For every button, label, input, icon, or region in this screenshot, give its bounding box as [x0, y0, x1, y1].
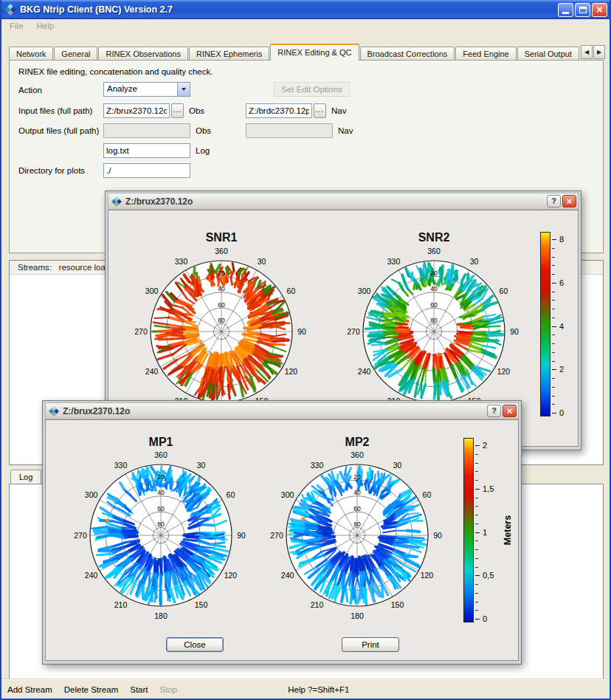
tab-feed-engine[interactable]: Feed Engine: [455, 47, 516, 61]
tab-scroll-buttons: ◀ ▶: [580, 45, 605, 59]
svg-text:20: 20: [218, 270, 225, 277]
svg-text:30: 30: [470, 257, 479, 266]
menubar: File Help: [1, 19, 610, 34]
start-action[interactable]: Start: [130, 685, 148, 694]
delete-stream-action[interactable]: Delete Stream: [64, 685, 119, 694]
skyplot-snr1: 8060402036030609012015018021024027030033…: [133, 243, 310, 420]
dialog-help-button[interactable]: ?: [547, 195, 561, 207]
action-select[interactable]: Analyze: [103, 82, 190, 97]
tab-rinex-observations[interactable]: RINEX Observations: [98, 47, 187, 61]
log-tab[interactable]: Log: [10, 470, 41, 484]
close-icon: ×: [596, 4, 602, 15]
browse-obs-button[interactable]: ...: [171, 103, 184, 118]
svg-text:20: 20: [430, 270, 438, 277]
svg-text:330: 330: [175, 257, 188, 266]
app-icon: [4, 4, 16, 16]
mp-colorbar-gradient: [463, 438, 474, 622]
mp-dialog-body: MP1 MP2 80604020360306090120150180210240…: [45, 419, 519, 661]
svg-text:270: 270: [134, 327, 148, 336]
output-nav-field[interactable]: [246, 123, 333, 138]
svg-text:330: 330: [114, 461, 128, 470]
svg-text:240: 240: [145, 367, 159, 376]
skyplot-mp2: 8060402036030609012015018021024027030033…: [269, 447, 446, 624]
dialog-close-button[interactable]: ×: [503, 405, 517, 417]
svg-text:300: 300: [281, 490, 294, 499]
menu-help[interactable]: Help: [30, 19, 61, 34]
print-plot-button[interactable]: Print: [342, 637, 399, 652]
close-plot-button[interactable]: Close: [166, 637, 224, 652]
tab-network[interactable]: Network: [9, 47, 53, 61]
skyplot-snr2: 8060402036030609012015018021024027030033…: [345, 243, 522, 420]
svg-text:40: 40: [157, 489, 165, 496]
log-file-field[interactable]: [103, 143, 190, 158]
svg-text:90: 90: [237, 531, 246, 540]
svg-text:240: 240: [85, 571, 98, 580]
dialog-close-button[interactable]: ×: [562, 195, 576, 207]
tab-broadcast-corrections[interactable]: Broadcast Corrections: [360, 47, 455, 61]
svg-text:60: 60: [227, 490, 235, 499]
mp-colorbar: 21,510,50 Meters: [463, 438, 519, 622]
input-files-label: Input files (full path): [18, 106, 92, 115]
svg-text:80: 80: [157, 521, 165, 528]
dialog-icon: [111, 196, 122, 207]
stop-action[interactable]: Stop: [160, 685, 178, 694]
input-obs-field[interactable]: [103, 103, 170, 118]
minimize-icon: [562, 12, 569, 14]
close-button[interactable]: ×: [592, 3, 607, 17]
svg-text:270: 270: [74, 531, 87, 540]
svg-text:40: 40: [430, 285, 438, 292]
plots-dir-label: Directory for plots: [18, 166, 85, 175]
svg-text:300: 300: [145, 286, 159, 295]
set-edit-options-button[interactable]: Set Edit Options: [274, 82, 350, 97]
statusbar: Add Stream Delete Stream Start Stop Help…: [1, 679, 610, 699]
svg-text:20: 20: [157, 473, 165, 481]
svg-text:180: 180: [154, 611, 168, 620]
svg-text:270: 270: [270, 531, 283, 540]
tab-scroll-left-icon[interactable]: ◀: [581, 45, 593, 59]
svg-text:150: 150: [391, 600, 404, 609]
combo-dropdown-button[interactable]: [177, 83, 190, 96]
svg-text:90: 90: [297, 327, 306, 336]
obs-label-1: Obs: [189, 106, 204, 115]
mp-dialog-titlebar: Z:/brux2370.12o ? ×: [45, 402, 519, 419]
output-files-label: Output files (full path): [18, 126, 99, 135]
window-title: BKG Ntrip Client (BNC) Version 2.7: [20, 4, 556, 15]
tab-rinex-ephemeris[interactable]: RINEX Ephemeris: [189, 47, 269, 61]
tab-general[interactable]: General: [54, 47, 97, 61]
svg-text:150: 150: [195, 600, 208, 609]
tab-rinex-editing-qc[interactable]: RINEX Editing & QC: [270, 44, 359, 61]
input-nav-field[interactable]: [246, 103, 312, 118]
main-titlebar: BKG Ntrip Client (BNC) Version 2.7 ×: [0, 0, 611, 19]
nav-label-1: Nav: [331, 106, 346, 115]
minimize-button[interactable]: [558, 3, 573, 17]
add-stream-action[interactable]: Add Stream: [7, 685, 52, 694]
snr-colorbar: 86420: [540, 232, 579, 416]
svg-text:30: 30: [258, 257, 266, 266]
svg-text:60: 60: [423, 490, 432, 499]
output-obs-field[interactable]: [103, 123, 190, 138]
tabbar: Network General RINEX Observations RINEX…: [9, 44, 580, 61]
svg-text:300: 300: [358, 286, 371, 295]
chevron-down-icon: [182, 88, 186, 91]
menu-file[interactable]: File: [3, 19, 30, 34]
snr-colorbar-ticks: 86420: [552, 232, 579, 416]
nav-label-2: Nav: [338, 126, 353, 135]
svg-text:120: 120: [285, 367, 298, 376]
svg-text:60: 60: [430, 301, 438, 309]
log-label: Log: [196, 146, 210, 155]
browse-nav-button[interactable]: ...: [314, 103, 326, 118]
page-description: RINEX file editing, concatenation and qu…: [18, 67, 213, 76]
svg-text:90: 90: [510, 327, 519, 336]
help-shortcut-text: Help ?=Shift+F1: [288, 685, 349, 694]
obs-label-2: Obs: [196, 126, 211, 135]
svg-text:80: 80: [353, 521, 361, 528]
maximize-button[interactable]: [575, 3, 590, 17]
tab-serial-output[interactable]: Serial Output: [517, 47, 579, 61]
dialog-help-button[interactable]: ?: [487, 405, 501, 417]
svg-text:80: 80: [430, 317, 438, 324]
tab-scroll-right-icon[interactable]: ▶: [593, 45, 605, 59]
action-selected-value: Analyze: [104, 83, 177, 96]
svg-text:360: 360: [154, 450, 168, 459]
svg-text:270: 270: [347, 327, 360, 336]
plots-dir-field[interactable]: [103, 163, 190, 178]
